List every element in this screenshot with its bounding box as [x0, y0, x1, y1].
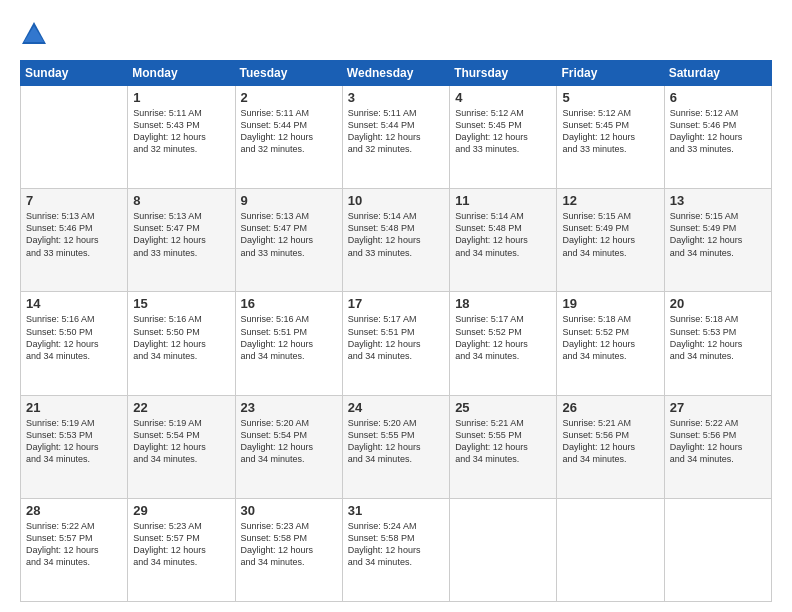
day-number: 27	[670, 400, 766, 415]
cell-text: Sunrise: 5:12 AMSunset: 5:45 PMDaylight:…	[455, 107, 551, 156]
calendar-cell: 24Sunrise: 5:20 AMSunset: 5:55 PMDayligh…	[342, 395, 449, 498]
day-number: 1	[133, 90, 229, 105]
day-number: 8	[133, 193, 229, 208]
logo-icon	[20, 20, 48, 48]
weekday-header-wednesday: Wednesday	[342, 61, 449, 86]
calendar-cell	[450, 498, 557, 601]
calendar-cell: 17Sunrise: 5:17 AMSunset: 5:51 PMDayligh…	[342, 292, 449, 395]
calendar-cell: 26Sunrise: 5:21 AMSunset: 5:56 PMDayligh…	[557, 395, 664, 498]
calendar-cell: 30Sunrise: 5:23 AMSunset: 5:58 PMDayligh…	[235, 498, 342, 601]
cell-text: Sunrise: 5:11 AMSunset: 5:43 PMDaylight:…	[133, 107, 229, 156]
day-number: 20	[670, 296, 766, 311]
day-number: 19	[562, 296, 658, 311]
day-number: 22	[133, 400, 229, 415]
calendar-cell: 1Sunrise: 5:11 AMSunset: 5:43 PMDaylight…	[128, 86, 235, 189]
calendar-table: SundayMondayTuesdayWednesdayThursdayFrid…	[20, 60, 772, 602]
calendar-cell: 22Sunrise: 5:19 AMSunset: 5:54 PMDayligh…	[128, 395, 235, 498]
calendar-cell: 31Sunrise: 5:24 AMSunset: 5:58 PMDayligh…	[342, 498, 449, 601]
day-number: 29	[133, 503, 229, 518]
calendar-cell: 7Sunrise: 5:13 AMSunset: 5:46 PMDaylight…	[21, 189, 128, 292]
cell-text: Sunrise: 5:16 AMSunset: 5:51 PMDaylight:…	[241, 313, 337, 362]
day-number: 30	[241, 503, 337, 518]
cell-text: Sunrise: 5:16 AMSunset: 5:50 PMDaylight:…	[133, 313, 229, 362]
cell-text: Sunrise: 5:20 AMSunset: 5:54 PMDaylight:…	[241, 417, 337, 466]
calendar-cell: 6Sunrise: 5:12 AMSunset: 5:46 PMDaylight…	[664, 86, 771, 189]
calendar-cell: 13Sunrise: 5:15 AMSunset: 5:49 PMDayligh…	[664, 189, 771, 292]
day-number: 2	[241, 90, 337, 105]
cell-text: Sunrise: 5:21 AMSunset: 5:56 PMDaylight:…	[562, 417, 658, 466]
day-number: 7	[26, 193, 122, 208]
cell-text: Sunrise: 5:23 AMSunset: 5:58 PMDaylight:…	[241, 520, 337, 569]
day-number: 21	[26, 400, 122, 415]
cell-text: Sunrise: 5:18 AMSunset: 5:53 PMDaylight:…	[670, 313, 766, 362]
cell-text: Sunrise: 5:22 AMSunset: 5:56 PMDaylight:…	[670, 417, 766, 466]
day-number: 31	[348, 503, 444, 518]
calendar-row-0: 1Sunrise: 5:11 AMSunset: 5:43 PMDaylight…	[21, 86, 772, 189]
logo	[20, 20, 52, 48]
cell-text: Sunrise: 5:23 AMSunset: 5:57 PMDaylight:…	[133, 520, 229, 569]
day-number: 17	[348, 296, 444, 311]
day-number: 12	[562, 193, 658, 208]
weekday-header-friday: Friday	[557, 61, 664, 86]
cell-text: Sunrise: 5:12 AMSunset: 5:45 PMDaylight:…	[562, 107, 658, 156]
day-number: 23	[241, 400, 337, 415]
cell-text: Sunrise: 5:21 AMSunset: 5:55 PMDaylight:…	[455, 417, 551, 466]
cell-text: Sunrise: 5:13 AMSunset: 5:46 PMDaylight:…	[26, 210, 122, 259]
calendar-cell: 29Sunrise: 5:23 AMSunset: 5:57 PMDayligh…	[128, 498, 235, 601]
day-number: 16	[241, 296, 337, 311]
calendar-cell	[557, 498, 664, 601]
calendar-row-4: 28Sunrise: 5:22 AMSunset: 5:57 PMDayligh…	[21, 498, 772, 601]
day-number: 6	[670, 90, 766, 105]
page: SundayMondayTuesdayWednesdayThursdayFrid…	[0, 0, 792, 612]
day-number: 10	[348, 193, 444, 208]
calendar-cell: 12Sunrise: 5:15 AMSunset: 5:49 PMDayligh…	[557, 189, 664, 292]
header	[20, 20, 772, 48]
calendar-cell: 28Sunrise: 5:22 AMSunset: 5:57 PMDayligh…	[21, 498, 128, 601]
cell-text: Sunrise: 5:14 AMSunset: 5:48 PMDaylight:…	[348, 210, 444, 259]
day-number: 3	[348, 90, 444, 105]
day-number: 24	[348, 400, 444, 415]
calendar-row-1: 7Sunrise: 5:13 AMSunset: 5:46 PMDaylight…	[21, 189, 772, 292]
calendar-cell: 20Sunrise: 5:18 AMSunset: 5:53 PMDayligh…	[664, 292, 771, 395]
day-number: 14	[26, 296, 122, 311]
cell-text: Sunrise: 5:17 AMSunset: 5:51 PMDaylight:…	[348, 313, 444, 362]
calendar-cell	[664, 498, 771, 601]
cell-text: Sunrise: 5:15 AMSunset: 5:49 PMDaylight:…	[562, 210, 658, 259]
day-number: 15	[133, 296, 229, 311]
calendar-cell: 23Sunrise: 5:20 AMSunset: 5:54 PMDayligh…	[235, 395, 342, 498]
calendar-cell	[21, 86, 128, 189]
calendar-row-3: 21Sunrise: 5:19 AMSunset: 5:53 PMDayligh…	[21, 395, 772, 498]
weekday-header-saturday: Saturday	[664, 61, 771, 86]
weekday-header-row: SundayMondayTuesdayWednesdayThursdayFrid…	[21, 61, 772, 86]
day-number: 26	[562, 400, 658, 415]
cell-text: Sunrise: 5:20 AMSunset: 5:55 PMDaylight:…	[348, 417, 444, 466]
cell-text: Sunrise: 5:18 AMSunset: 5:52 PMDaylight:…	[562, 313, 658, 362]
day-number: 4	[455, 90, 551, 105]
svg-marker-1	[24, 26, 44, 42]
day-number: 11	[455, 193, 551, 208]
calendar-cell: 16Sunrise: 5:16 AMSunset: 5:51 PMDayligh…	[235, 292, 342, 395]
day-number: 25	[455, 400, 551, 415]
calendar-cell: 9Sunrise: 5:13 AMSunset: 5:47 PMDaylight…	[235, 189, 342, 292]
calendar-cell: 4Sunrise: 5:12 AMSunset: 5:45 PMDaylight…	[450, 86, 557, 189]
cell-text: Sunrise: 5:11 AMSunset: 5:44 PMDaylight:…	[241, 107, 337, 156]
cell-text: Sunrise: 5:13 AMSunset: 5:47 PMDaylight:…	[133, 210, 229, 259]
weekday-header-sunday: Sunday	[21, 61, 128, 86]
calendar-cell: 18Sunrise: 5:17 AMSunset: 5:52 PMDayligh…	[450, 292, 557, 395]
weekday-header-tuesday: Tuesday	[235, 61, 342, 86]
cell-text: Sunrise: 5:12 AMSunset: 5:46 PMDaylight:…	[670, 107, 766, 156]
cell-text: Sunrise: 5:16 AMSunset: 5:50 PMDaylight:…	[26, 313, 122, 362]
calendar-cell: 27Sunrise: 5:22 AMSunset: 5:56 PMDayligh…	[664, 395, 771, 498]
cell-text: Sunrise: 5:13 AMSunset: 5:47 PMDaylight:…	[241, 210, 337, 259]
weekday-header-monday: Monday	[128, 61, 235, 86]
cell-text: Sunrise: 5:22 AMSunset: 5:57 PMDaylight:…	[26, 520, 122, 569]
cell-text: Sunrise: 5:19 AMSunset: 5:53 PMDaylight:…	[26, 417, 122, 466]
cell-text: Sunrise: 5:15 AMSunset: 5:49 PMDaylight:…	[670, 210, 766, 259]
day-number: 28	[26, 503, 122, 518]
cell-text: Sunrise: 5:24 AMSunset: 5:58 PMDaylight:…	[348, 520, 444, 569]
day-number: 5	[562, 90, 658, 105]
cell-text: Sunrise: 5:17 AMSunset: 5:52 PMDaylight:…	[455, 313, 551, 362]
day-number: 18	[455, 296, 551, 311]
calendar-cell: 14Sunrise: 5:16 AMSunset: 5:50 PMDayligh…	[21, 292, 128, 395]
calendar-cell: 11Sunrise: 5:14 AMSunset: 5:48 PMDayligh…	[450, 189, 557, 292]
